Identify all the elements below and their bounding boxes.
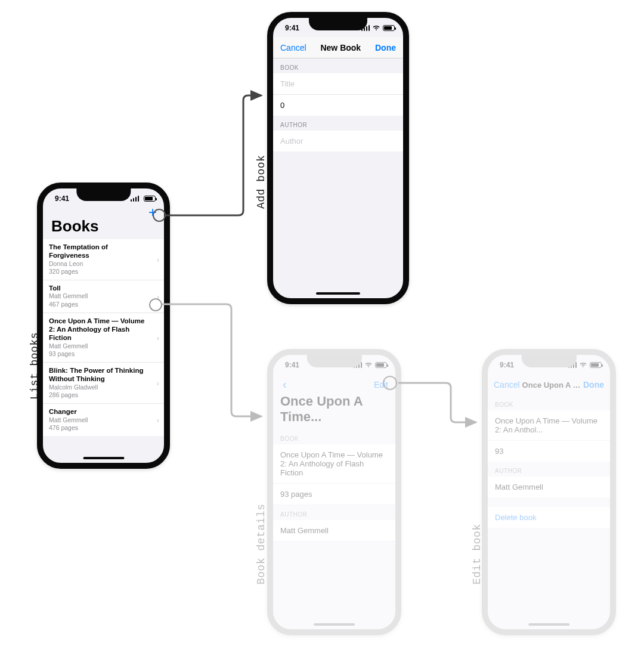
book-author: Matt Gemmell xyxy=(49,292,147,301)
section-header-book: BOOK xyxy=(488,395,610,410)
edit-navbar: Cancel Once Upon A Time — Volu... Done xyxy=(488,374,610,395)
author-field[interactable]: Matt Gemmell xyxy=(488,477,610,497)
book-row[interactable]: Changer Matt Gemmell 476 pages › xyxy=(43,404,164,436)
book-row[interactable]: Toll Matt Gemmell 467 pages › xyxy=(43,280,164,313)
phone-list-books: 9:41 + Books The Temptation of Forgivene… xyxy=(37,183,170,469)
wifi-icon xyxy=(579,361,587,370)
notch xyxy=(76,188,131,201)
book-author: Donna Leon xyxy=(49,260,147,268)
highlight-add-button xyxy=(153,209,166,222)
wifi-icon xyxy=(372,24,380,33)
home-indicator xyxy=(528,623,570,626)
battery-icon xyxy=(590,362,602,368)
title-field[interactable]: Title xyxy=(273,73,403,95)
phone-edit-book: 9:41 Cancel Once Upon A Time — Volu... D… xyxy=(482,349,616,635)
chevron-right-icon: › xyxy=(157,333,159,342)
book-title-value: Once Upon A Time — Volume 2: An Antholog… xyxy=(273,444,395,484)
highlight-row-chevron xyxy=(149,298,162,311)
book-row[interactable]: Blink: The Power of Thinking Without Thi… xyxy=(43,363,164,404)
battery-icon xyxy=(144,196,156,202)
book-title: Changer xyxy=(49,407,147,416)
book-title: The Temptation of Forgiveness xyxy=(49,243,147,260)
book-pages: 467 pages xyxy=(49,301,147,309)
done-button[interactable]: Done xyxy=(375,43,396,52)
book-pages: 286 pages xyxy=(49,391,147,400)
modal-title: New Book xyxy=(320,43,361,52)
chevron-right-icon: › xyxy=(157,379,159,388)
book-author-value: Matt Gemmell xyxy=(273,520,395,542)
chevron-right-icon: › xyxy=(157,255,159,264)
pages-field[interactable]: 93 xyxy=(488,441,610,462)
status-time: 9:41 xyxy=(285,24,299,32)
notch xyxy=(309,17,367,30)
chevron-right-icon: › xyxy=(157,415,159,424)
caption-book-details: Book details xyxy=(255,503,267,585)
book-author: Matt Gemmell xyxy=(49,416,147,425)
page-title: Books xyxy=(43,216,164,239)
cancel-button[interactable]: Cancel xyxy=(280,43,306,52)
notch xyxy=(306,354,361,367)
status-time: 9:41 xyxy=(285,361,299,369)
battery-icon xyxy=(375,362,387,368)
edit-title: Once Upon A Time — Volu... xyxy=(520,381,583,389)
caption-edit-book: Edit book xyxy=(471,524,483,585)
wifi-icon xyxy=(364,361,373,370)
status-time: 9:41 xyxy=(500,361,514,369)
title-field[interactable]: Once Upon A Time — Volume 2: An Anthol..… xyxy=(488,410,610,441)
home-indicator xyxy=(83,457,124,459)
book-row[interactable]: The Temptation of Forgiveness Donna Leon… xyxy=(43,239,164,280)
notch xyxy=(521,354,576,367)
delete-book-button[interactable]: Delete book xyxy=(488,507,610,528)
book-list[interactable]: The Temptation of Forgiveness Donna Leon… xyxy=(43,239,164,436)
section-header-author: AUTHOR xyxy=(273,116,403,131)
home-indicator xyxy=(314,623,355,626)
phone-book-details: 9:41 ‹ Edit Once Upon A Time... BOOK Onc… xyxy=(267,349,401,635)
book-author: Matt Gemmell xyxy=(49,342,147,351)
cancel-button[interactable]: Cancel xyxy=(494,380,520,389)
book-author: Malcolm Gladwell xyxy=(49,384,147,392)
back-button[interactable]: ‹ xyxy=(280,378,287,391)
book-pages: 93 pages xyxy=(49,350,147,358)
book-title: Once Upon A Time — Volume 2: An Antholog… xyxy=(49,317,147,342)
section-header-book: BOOK xyxy=(273,429,395,444)
section-header-book: BOOK xyxy=(273,58,403,73)
section-header-author: AUTHOR xyxy=(273,505,395,520)
pages-field[interactable]: 0 xyxy=(273,95,403,116)
home-indicator xyxy=(316,292,360,295)
author-field[interactable]: Author xyxy=(273,131,403,151)
book-pages-value: 93 pages xyxy=(273,484,395,505)
battery-icon xyxy=(383,25,395,31)
highlight-edit-button xyxy=(383,376,397,390)
section-header-author: AUTHOR xyxy=(488,462,610,477)
phone-add-book: 9:41 Cancel New Book Done BOOK Title 0 A… xyxy=(267,12,409,304)
caption-add-book: Add book xyxy=(255,155,267,209)
book-row[interactable]: Once Upon A Time — Volume 2: An Antholog… xyxy=(43,313,164,363)
book-title: Blink: The Power of Thinking Without Thi… xyxy=(49,366,147,384)
status-time: 9:41 xyxy=(55,194,69,203)
book-pages: 320 pages xyxy=(49,268,147,276)
book-title: Toll xyxy=(49,284,147,292)
details-title: Once Upon A Time... xyxy=(273,391,395,429)
signal-icon xyxy=(131,196,140,202)
modal-navbar: Cancel New Book Done xyxy=(273,37,403,58)
done-button[interactable]: Done xyxy=(583,380,604,389)
book-pages: 476 pages xyxy=(49,424,147,432)
